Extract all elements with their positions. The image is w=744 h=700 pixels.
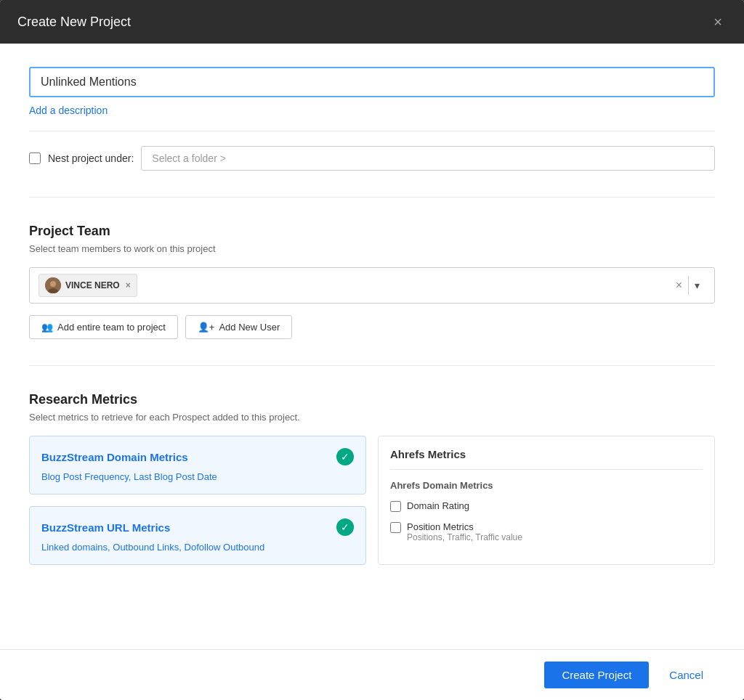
- project-team-section: Project Team Select team members to work…: [29, 197, 715, 339]
- project-team-title: Project Team: [29, 224, 715, 239]
- user-tag-vince-nero: VINCE NERO ×: [39, 274, 137, 297]
- modal-body: Add a description Nest project under: Se…: [0, 44, 744, 649]
- buzzstream-domain-checkmark: ✓: [336, 448, 354, 465]
- metrics-left-column: BuzzStream Domain Metrics ✓ Blog Post Fr…: [29, 436, 366, 565]
- buzzstream-url-desc: Linked domains, Outbound Links, Dofollow…: [41, 542, 354, 553]
- team-actions: 👥 Add entire team to project 👤+ Add New …: [29, 315, 715, 339]
- add-description-link[interactable]: Add a description: [29, 105, 108, 116]
- position-metrics-checkbox[interactable]: [390, 522, 401, 533]
- buzzstream-domain-header: BuzzStream Domain Metrics ✓: [41, 448, 354, 465]
- research-metrics-section: Research Metrics Select metrics to retri…: [29, 365, 715, 565]
- modal-close-button[interactable]: ×: [709, 13, 727, 30]
- buzzstream-url-title: BuzzStream URL Metrics: [41, 521, 170, 534]
- modal-footer: Create Project Cancel: [0, 649, 744, 700]
- position-metrics-sublabel: Positions, Traffic, Traffic value: [407, 532, 522, 542]
- team-selector-left: VINCE NERO ×: [39, 274, 670, 297]
- team-selector-dropdown-button[interactable]: ▾: [689, 277, 705, 294]
- buzzstream-url-checkmark: ✓: [336, 518, 354, 536]
- add-entire-team-label: Add entire team to project: [57, 322, 166, 333]
- team-selector-right: × ▾: [670, 276, 705, 295]
- buzzstream-url-header: BuzzStream URL Metrics ✓: [41, 518, 354, 536]
- domain-rating-label: Domain Rating: [407, 500, 469, 511]
- add-new-user-label: Add New User: [219, 322, 280, 333]
- add-user-icon: 👤+: [198, 322, 215, 333]
- domain-rating-checkbox[interactable]: [390, 501, 401, 512]
- avatar-vince-nero: [45, 277, 61, 293]
- nest-project-row: Nest project under: Select a folder >: [29, 131, 715, 171]
- buzzstream-domain-card[interactable]: BuzzStream Domain Metrics ✓ Blog Post Fr…: [29, 436, 366, 495]
- user-tag-name: VINCE NERO: [65, 280, 120, 290]
- ahrefs-title: Ahrefs Metrics: [390, 448, 703, 470]
- folder-select-placeholder: Select a folder >: [152, 152, 226, 164]
- project-team-subtitle: Select team members to work on this proj…: [29, 243, 715, 254]
- create-project-modal: Create New Project × Add a description N…: [0, 0, 744, 700]
- svg-point-1: [50, 281, 56, 287]
- add-new-user-button[interactable]: 👤+ Add New User: [185, 315, 292, 339]
- domain-rating-row: Domain Rating: [390, 500, 703, 512]
- ahrefs-domain-subtitle: Ahrefs Domain Metrics: [390, 480, 703, 491]
- buzzstream-domain-title: BuzzStream Domain Metrics: [41, 451, 188, 463]
- nest-project-checkbox[interactable]: [29, 152, 41, 164]
- metrics-grid: BuzzStream Domain Metrics ✓ Blog Post Fr…: [29, 436, 715, 565]
- create-project-button[interactable]: Create Project: [544, 662, 649, 688]
- research-metrics-title: Research Metrics: [29, 392, 715, 407]
- user-tag-remove-button[interactable]: ×: [126, 280, 131, 290]
- team-selector-clear-button[interactable]: ×: [670, 276, 689, 295]
- nest-project-label: Nest project under:: [48, 152, 134, 164]
- add-entire-team-button[interactable]: 👥 Add entire team to project: [29, 315, 178, 339]
- domain-rating-label-group: Domain Rating: [407, 500, 469, 511]
- folder-select-dropdown[interactable]: Select a folder >: [141, 146, 715, 171]
- research-metrics-subtitle: Select metrics to retrieve for each Pros…: [29, 412, 715, 423]
- project-name-input[interactable]: [29, 67, 715, 97]
- position-metrics-label-group: Position Metrics Positions, Traffic, Tra…: [407, 521, 522, 542]
- ahrefs-card: Ahrefs Metrics Ahrefs Domain Metrics Dom…: [378, 436, 715, 565]
- modal-header: Create New Project ×: [0, 0, 744, 44]
- cancel-button[interactable]: Cancel: [658, 662, 715, 688]
- position-metrics-row: Position Metrics Positions, Traffic, Tra…: [390, 521, 703, 542]
- team-selector[interactable]: VINCE NERO × × ▾: [29, 267, 715, 304]
- add-team-icon: 👥: [41, 322, 53, 333]
- buzzstream-domain-desc: Blog Post Frequency, Last Blog Post Date: [41, 471, 354, 482]
- position-metrics-label: Position Metrics: [407, 521, 474, 532]
- modal-title: Create New Project: [17, 15, 131, 30]
- buzzstream-url-card[interactable]: BuzzStream URL Metrics ✓ Linked domains,…: [29, 506, 366, 565]
